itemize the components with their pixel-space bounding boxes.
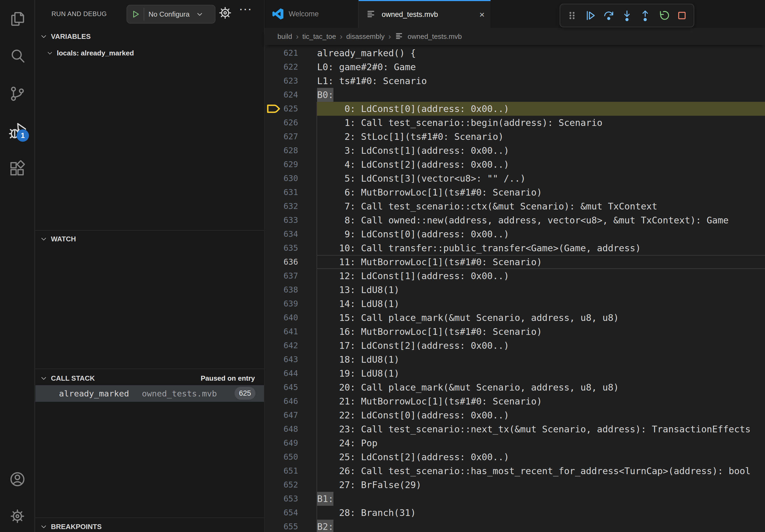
breadcrumb-file[interactable]: owned_tests.mvb <box>408 32 462 41</box>
code-line-621[interactable]: 621already_marked() { <box>265 46 765 60</box>
breadcrumb-item[interactable]: disassembly <box>346 32 384 41</box>
line-number[interactable]: 633 <box>265 213 298 227</box>
code-line-634[interactable]: 634 9: LdConst[0](address: 0x00..) <box>265 227 765 241</box>
code-line-632[interactable]: 632 7: Call test_scenario::ctx(&mut Scen… <box>265 199 765 213</box>
line-number[interactable]: 649 <box>265 436 298 450</box>
code-line-648[interactable]: 648 23: Call test_scenario::next_tx(&mut… <box>265 422 765 436</box>
code-line-629[interactable]: 629 4: LdConst[2](address: 0x00..) <box>265 157 765 171</box>
watch-section-header[interactable]: WATCH <box>35 232 264 246</box>
continue-button[interactable] <box>583 9 597 23</box>
line-number[interactable]: 634 <box>265 227 298 241</box>
line-number[interactable]: 639 <box>265 297 298 311</box>
code-line-642[interactable]: 642 17: LdConst[2](address: 0x00..) <box>265 339 765 353</box>
explorer-icon[interactable] <box>9 10 26 27</box>
tab-owned-tests[interactable]: owned_tests.mvb × <box>359 0 490 28</box>
line-number[interactable]: 647 <box>265 408 298 422</box>
line-number[interactable]: 632 <box>265 199 298 213</box>
line-number[interactable]: 624 <box>265 88 298 102</box>
line-number[interactable]: 640 <box>265 311 298 325</box>
breakpoints-section-header[interactable]: BREAKPOINTS <box>35 520 264 532</box>
line-number[interactable]: 641 <box>265 325 298 339</box>
line-number[interactable]: 654 <box>265 506 298 520</box>
line-number[interactable]: 636 <box>265 255 298 269</box>
code-line-627[interactable]: 627 2: StLoc[1](ts#1#0: Scenario) <box>265 130 765 143</box>
step-into-button[interactable] <box>620 9 634 23</box>
close-icon[interactable]: × <box>479 10 485 19</box>
breadcrumb-item[interactable]: build <box>278 32 292 41</box>
source-control-icon[interactable] <box>9 85 26 102</box>
account-icon[interactable] <box>9 471 26 488</box>
line-number[interactable]: 623 <box>265 74 298 88</box>
line-number[interactable]: 631 <box>265 185 298 199</box>
line-number[interactable]: 637 <box>265 269 298 283</box>
line-number[interactable]: 628 <box>265 143 298 157</box>
call-stack-frame-row[interactable]: already_marked owned_tests.mvb 625 <box>35 385 264 402</box>
code-line-646[interactable]: 646 21: MutBorrowLoc[1](ts#1#0: Scenario… <box>265 394 765 408</box>
variables-section-header[interactable]: VARIABLES <box>35 30 264 43</box>
line-number[interactable]: 646 <box>265 394 298 408</box>
line-number[interactable]: 645 <box>265 381 298 394</box>
more-actions-icon[interactable]: ··· <box>240 4 253 15</box>
code-line-630[interactable]: 630 5: LdConst[3](vector<u8>: "" /..) <box>265 171 765 185</box>
code-line-640[interactable]: 640 15: Call place_mark(&mut Scenario, a… <box>265 311 765 325</box>
line-number[interactable]: 622 <box>265 60 298 74</box>
debug-settings-gear-icon[interactable] <box>218 5 233 20</box>
code-line-622[interactable]: 622L0: game#2#0: Game <box>265 60 765 74</box>
line-number[interactable]: 655 <box>265 520 298 532</box>
code-line-625[interactable]: 625 0: LdConst[0](address: 0x00..) <box>265 102 765 116</box>
launch-config-dropdown[interactable]: No Configura <box>127 5 216 24</box>
start-debug-icon[interactable] <box>131 9 141 19</box>
line-number[interactable]: 621 <box>265 46 298 60</box>
step-over-button[interactable] <box>602 9 616 23</box>
settings-gear-icon[interactable] <box>9 508 26 525</box>
line-number[interactable]: 648 <box>265 422 298 436</box>
code-line-631[interactable]: 631 6: MutBorrowLoc[1](ts#1#0: Scenario) <box>265 185 765 199</box>
code-line-644[interactable]: 644 19: LdU8(1) <box>265 367 765 381</box>
breakpoints-section-label: BREAKPOINTS <box>51 523 102 531</box>
line-number[interactable]: 627 <box>265 130 298 143</box>
code-line-623[interactable]: 623L1: ts#1#0: Scenario <box>265 74 765 88</box>
line-number[interactable]: 638 <box>265 283 298 297</box>
code-line-635[interactable]: 635 10: Call transfer::public_transfer<G… <box>265 241 765 255</box>
line-number[interactable]: 652 <box>265 478 298 492</box>
code-line-633[interactable]: 633 8: Call owned::new(address, address,… <box>265 213 765 227</box>
code-line-626[interactable]: 626 1: Call test_scenario::begin(address… <box>265 116 765 130</box>
line-number[interactable]: 653 <box>265 492 298 506</box>
code-text: 7: Call test_scenario::ctx(&mut Scenario… <box>317 199 765 213</box>
line-number[interactable]: 642 <box>265 339 298 353</box>
code-line-638[interactable]: 638 13: LdU8(1) <box>265 283 765 297</box>
line-number[interactable]: 650 <box>265 450 298 464</box>
line-number[interactable]: 626 <box>265 116 298 130</box>
toolbar-drag-handle[interactable] <box>565 9 579 23</box>
step-out-button[interactable] <box>638 9 652 23</box>
line-number[interactable]: 635 <box>265 241 298 255</box>
breadcrumb-item[interactable]: tic_tac_toe <box>302 32 336 41</box>
code-line-636[interactable]: 636 11: MutBorrowLoc[1](ts#1#0: Scenario… <box>265 255 765 269</box>
code-line-647[interactable]: 647 22: LdConst[0](address: 0x00..) <box>265 408 765 422</box>
code-line-650[interactable]: 650 25: LdConst[2](address: 0x00..) <box>265 450 765 464</box>
search-icon[interactable] <box>9 47 26 64</box>
code-line-641[interactable]: 641 16: MutBorrowLoc[1](ts#1#0: Scenario… <box>265 325 765 339</box>
line-number[interactable]: 629 <box>265 157 298 171</box>
code-line-645[interactable]: 645 20: Call place_mark(&mut Scenario, a… <box>265 381 765 394</box>
extensions-icon[interactable] <box>9 160 26 177</box>
code-line-653[interactable]: 653B1: <box>265 492 765 506</box>
variables-scope-row[interactable]: locals: already_marked <box>35 46 264 60</box>
code-line-649[interactable]: 649 24: Pop <box>265 436 765 450</box>
tab-welcome[interactable]: Welcome <box>265 0 359 28</box>
code-line-654[interactable]: 654 28: Branch(31) <box>265 506 765 520</box>
code-line-651[interactable]: 651 26: Call test_scenario::has_most_rec… <box>265 464 765 478</box>
code-line-655[interactable]: 655B2: <box>265 520 765 532</box>
code-line-639[interactable]: 639 14: LdU8(1) <box>265 297 765 311</box>
restart-button[interactable] <box>657 9 671 23</box>
code-line-628[interactable]: 628 3: LdConst[1](address: 0x00..) <box>265 143 765 157</box>
line-number[interactable]: 651 <box>265 464 298 478</box>
line-number[interactable]: 643 <box>265 353 298 367</box>
line-number[interactable]: 644 <box>265 367 298 381</box>
code-line-652[interactable]: 652 27: BrFalse(29) <box>265 478 765 492</box>
line-number[interactable]: 630 <box>265 171 298 185</box>
code-line-637[interactable]: 637 12: LdConst[1](address: 0x00..) <box>265 269 765 283</box>
stop-button[interactable] <box>675 9 689 23</box>
code-line-624[interactable]: 624B0: <box>265 88 765 102</box>
code-line-643[interactable]: 643 18: LdU8(1) <box>265 353 765 367</box>
